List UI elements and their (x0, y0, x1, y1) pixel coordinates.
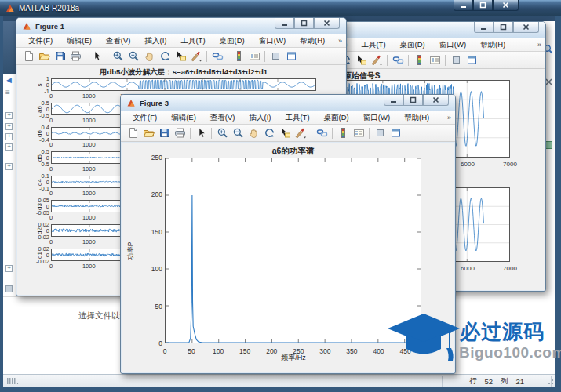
window-close-button[interactable] (314, 18, 340, 29)
data-cursor-icon[interactable] (277, 125, 293, 140)
menu-查看(V)[interactable]: 查看(V) (99, 36, 138, 46)
status-bar: 行 52 列 21 (3, 374, 555, 387)
menu-桌面(D)[interactable]: 桌面(D) (393, 40, 432, 50)
menu-overflow-icon[interactable]: » (447, 114, 451, 122)
window-maximize-button[interactable] (403, 95, 423, 106)
window-maximize-button[interactable] (294, 18, 314, 29)
close-panel-icon[interactable] (545, 78, 552, 85)
window-minimize-button[interactable] (275, 18, 294, 29)
menu-overflow-icon[interactable]: » (537, 41, 541, 49)
xtick: 0 (49, 117, 53, 124)
open-icon[interactable] (140, 125, 156, 140)
zoom-in-icon[interactable] (214, 125, 230, 140)
rotate-3d-icon[interactable] (157, 49, 173, 64)
menu-查看(V)[interactable]: 查看(V) (203, 113, 242, 123)
resize-grip-icon[interactable] (548, 379, 554, 386)
dock-icon[interactable] (448, 53, 464, 67)
data-cursor-icon[interactable] (353, 53, 369, 67)
tree-expander-icon[interactable]: + (5, 265, 13, 272)
ytick: -0.05 (36, 209, 49, 216)
menu-overflow-icon[interactable]: » (338, 37, 342, 45)
print-icon[interactable] (67, 49, 83, 64)
figure-icon (22, 21, 31, 31)
legend-icon[interactable] (246, 49, 262, 64)
figure1-menubar: 文件(F)编辑(E)查看(V)插入(I)工具(T)桌面(D)窗口(W)帮助(H)… (16, 34, 346, 48)
tree-expander-icon[interactable]: + (5, 163, 13, 170)
window-minimize-button[interactable] (384, 95, 403, 106)
menu-桌面(D)[interactable]: 桌面(D) (317, 113, 356, 123)
cursor-icon[interactable] (89, 49, 104, 64)
window-maximize-button[interactable] (494, 22, 513, 33)
figure1-titlebar[interactable]: Figure 1 (16, 18, 346, 34)
ytick: 150 (151, 228, 162, 236)
brush-icon[interactable] (293, 125, 308, 140)
ytick: -0.02 (36, 258, 49, 265)
menu-编辑(E)[interactable]: 编辑(E) (164, 113, 203, 123)
brush-icon[interactable] (188, 49, 204, 64)
pan-icon[interactable] (141, 49, 157, 64)
tree-expander-icon[interactable]: + (5, 112, 13, 119)
link-plots-icon[interactable] (209, 49, 225, 64)
link-plots-icon[interactable] (390, 53, 406, 67)
window-icon[interactable] (283, 49, 299, 64)
pan-icon[interactable] (246, 125, 261, 140)
menu-帮助(H)[interactable]: 帮助(H) (293, 36, 332, 46)
legend-icon[interactable] (427, 53, 443, 67)
cursor-icon[interactable] (193, 125, 209, 140)
tree-expander-icon[interactable]: + (5, 133, 13, 140)
save-icon[interactable] (156, 125, 172, 140)
save-icon[interactable] (52, 49, 67, 64)
colorbar-icon[interactable] (335, 125, 351, 140)
zoom-in-icon[interactable] (110, 49, 126, 64)
back-arrow-icon[interactable]: ◄ (5, 75, 13, 85)
colorbar-icon[interactable] (231, 49, 246, 64)
menu-文件(F)[interactable]: 文件(F) (21, 36, 60, 46)
dock-icon[interactable] (268, 49, 283, 64)
figure3-titlebar[interactable]: Figure 3 (121, 95, 455, 111)
menu-窗口(W)[interactable]: 窗口(W) (432, 40, 473, 50)
menu-桌面(D)[interactable]: 桌面(D) (213, 36, 252, 46)
menu-窗口(W)[interactable]: 窗口(W) (356, 113, 397, 123)
menu-插入(I)[interactable]: 插入(I) (242, 113, 278, 123)
zoom-out-icon[interactable] (230, 125, 246, 140)
window-icon[interactable] (464, 53, 479, 67)
print-icon[interactable] (172, 125, 188, 140)
window-close-button[interactable] (423, 95, 449, 106)
zoom-out-icon[interactable] (126, 49, 141, 64)
menu-工具(T)[interactable]: 工具(T) (278, 113, 316, 123)
menu-编辑(E)[interactable]: 编辑(E) (60, 36, 99, 46)
menu-帮助(H)[interactable]: 帮助(H) (397, 113, 436, 123)
list-icon[interactable]: ≡ (5, 88, 10, 96)
window-minimize-button[interactable] (454, 0, 473, 11)
window-minimize-button[interactable] (474, 22, 494, 33)
new-file-icon[interactable] (125, 125, 140, 140)
rotate-3d-icon[interactable] (261, 125, 277, 140)
ytick: 200 (151, 191, 162, 198)
menu-窗口(W)[interactable]: 窗口(W) (252, 36, 293, 46)
open-icon[interactable] (36, 49, 52, 64)
legend-icon[interactable] (351, 125, 366, 140)
link-plots-icon[interactable] (314, 125, 330, 140)
tree-expander-icon[interactable]: + (5, 143, 13, 151)
window-close-button[interactable] (513, 22, 539, 33)
toolbar-separator (369, 128, 370, 139)
main-titlebar[interactable]: MATLAB R2018a (0, 0, 561, 16)
window-icon[interactable] (388, 125, 403, 140)
window-close-button[interactable] (493, 0, 519, 11)
brush-icon[interactable] (369, 53, 384, 67)
tree-expander-icon[interactable]: + (5, 123, 13, 130)
watermark-text-url: Biguo100.com (459, 344, 561, 361)
dock-icon[interactable] (372, 125, 388, 140)
menu-工具(T)[interactable]: 工具(T) (173, 36, 212, 46)
menu-文件(F)[interactable]: 文件(F) (126, 113, 164, 123)
panel-icon[interactable] (5, 285, 13, 292)
window-maximize-button[interactable] (473, 0, 493, 11)
menu-帮助(H)[interactable]: 帮助(H) (473, 40, 512, 50)
data-cursor-icon[interactable] (173, 49, 188, 64)
colorbar-icon[interactable] (411, 53, 427, 67)
menu-插入(I)[interactable]: 插入(I) (137, 36, 173, 46)
statusbar-grip-icon[interactable] (6, 377, 19, 385)
new-file-icon[interactable] (20, 49, 36, 64)
menu-工具(T)[interactable]: 工具(T) (354, 40, 392, 50)
xtick: 6000 (461, 161, 475, 168)
